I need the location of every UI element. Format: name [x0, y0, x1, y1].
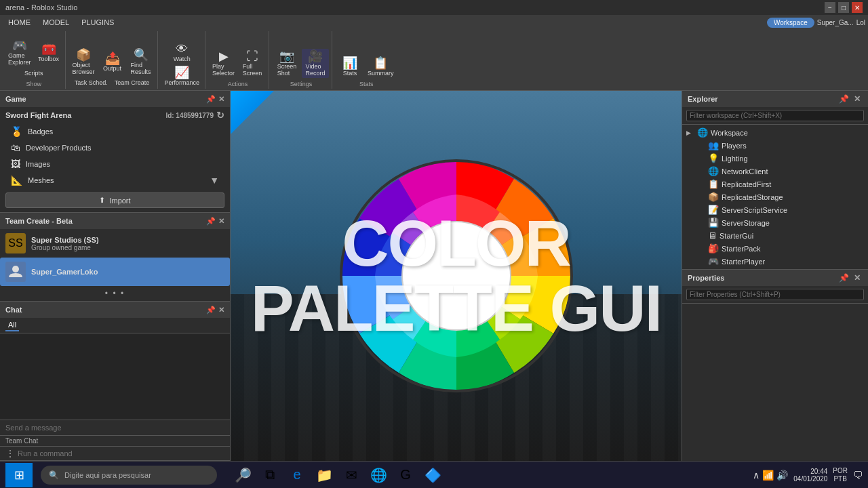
sys-tray-sound-icon[interactable]: 🔊	[776, 470, 788, 481]
import-label: Import	[109, 197, 130, 205]
explorer-pin-icon[interactable]: 📌	[838, 94, 849, 104]
taskbar-google-icon[interactable]: G	[393, 463, 418, 487]
tree-item-workspace[interactable]: ▶ 🌐 Workspace	[682, 126, 868, 139]
chat-tabs: All	[0, 318, 230, 333]
toolbar-find-results[interactable]: 🔍 FindResults	[127, 47, 155, 77]
toolbox-icon: 🧰	[41, 43, 56, 55]
explorer-controls: 📌 ✕	[838, 94, 863, 104]
server-script-label: ServerScriptService	[722, 206, 864, 214]
chat-tab-all[interactable]: All	[5, 319, 19, 331]
players-label: Players	[722, 142, 864, 150]
taskbar-search-icon: 🔍	[49, 470, 59, 480]
sys-tray-icons: ∧ 📶 🔊	[753, 470, 788, 481]
chat-input[interactable]	[5, 424, 224, 432]
team-create-close[interactable]: ✕	[218, 217, 224, 226]
team-create-title: Team Create - Beta	[5, 217, 73, 225]
workspace-arrow-icon: ▶	[686, 129, 694, 136]
toolbar-task-scheduler[interactable]: Task Sched.	[72, 78, 111, 87]
start-button[interactable]: ⊞	[5, 463, 33, 487]
game-item-images[interactable]: 🖼 Images	[0, 156, 230, 172]
game-item-developer-products[interactable]: 🛍 Developer Products	[0, 140, 230, 156]
tree-item-replicated-storage[interactable]: 📦 ReplicatedStorage	[682, 190, 868, 203]
chat-pin[interactable]: 📌	[206, 306, 216, 314]
tree-item-network-client[interactable]: 🌐 NetworkClient	[682, 165, 868, 178]
toolbar-play-selector[interactable]: ▶ PlaySelector	[210, 49, 237, 78]
tree-item-server-script[interactable]: 📝 ServerScriptService	[682, 203, 868, 216]
taskbar-task-view-icon[interactable]: ⧉	[258, 463, 282, 487]
color-wheel-container	[321, 140, 592, 411]
taskbar-mail-icon[interactable]: ✉	[339, 463, 363, 487]
roblox-logo-corner	[231, 91, 285, 145]
menu-home[interactable]: HOME	[3, 17, 36, 28]
toolbar-stats[interactable]: 📊 Stats	[336, 56, 363, 78]
tree-item-starter-gui[interactable]: 🖥 StarterGui	[682, 229, 868, 242]
toolbar-scripts[interactable]: Scripts	[20, 68, 47, 78]
find-results-icon: 🔍	[134, 49, 149, 61]
properties-pin-icon[interactable]: 📌	[838, 273, 849, 283]
toolbar-video[interactable]: 🎥 VideoRecord	[302, 49, 329, 78]
viewport-canvas: COLOR PALETTE GUI	[231, 91, 682, 461]
properties-filter-input[interactable]	[686, 289, 864, 300]
explorer-close-icon[interactable]: ✕	[852, 94, 863, 104]
toolbar-screenshot[interactable]: 📷 ScreenShot	[273, 49, 300, 78]
sys-tray-network-icon[interactable]: 📶	[762, 470, 774, 481]
tree-item-starter-player[interactable]: 🎮 StarterPlayer	[682, 255, 868, 268]
game-panel-close[interactable]: ✕	[218, 95, 224, 104]
perf-label: Performance	[165, 79, 200, 86]
tree-item-lighting[interactable]: 💡 Lighting	[682, 152, 868, 165]
taskbar-chrome-icon[interactable]: 🌐	[366, 463, 391, 487]
viewport: COLOR PALETTE GUI	[231, 91, 682, 461]
tree-item-starter-pack[interactable]: 🎒 StarterPack	[682, 242, 868, 255]
taskbar-cortana-icon[interactable]: 🔎	[231, 463, 255, 487]
tree-item-replicated-first[interactable]: 📋 ReplicatedFirst	[682, 178, 868, 190]
toolbar-watch[interactable]: 👁 Watch	[168, 41, 195, 64]
taskbar-folder-icon[interactable]: 📁	[312, 463, 336, 487]
taskbar-search-box[interactable]: 🔍 Digite aqui para pesquisar	[41, 466, 217, 485]
chat-close[interactable]: ✕	[218, 306, 224, 314]
toolbar-fullscreen[interactable]: ⛶ FullScreen	[239, 49, 266, 78]
notification-icon[interactable]: 🗨	[853, 470, 863, 481]
workspace-btn[interactable]: Workspace	[767, 18, 814, 28]
svg-point-0	[12, 266, 19, 272]
toolbar-section-show: 🎮 GameExplorer 🧰 Toolbox Scripts Show	[3, 31, 66, 89]
menu-plugins[interactable]: PLUGINS	[76, 17, 119, 28]
close-button[interactable]: ✕	[852, 2, 863, 13]
team-member-gamer[interactable]: Super_GamerLoko	[0, 258, 230, 286]
tree-item-server-storage[interactable]: 💾 ServerStorage	[682, 216, 868, 229]
clock-time: 20:44	[793, 468, 827, 475]
toolbar-section-actions: ▶ PlaySelector ⛶ FullScreen Actions	[207, 31, 269, 89]
game-item-meshes[interactable]: 📐 Meshes ▼	[0, 172, 230, 188]
toolbar-performance[interactable]: 📈 Performance	[162, 65, 203, 87]
settings-label: Settings	[290, 81, 313, 87]
menu-bar: HOME MODEL PLUGINS Workspace Super_Ga...…	[0, 15, 868, 30]
toolbar-output[interactable]: 📤 Output	[99, 47, 126, 77]
game-item-badges[interactable]: 🏅 Badges	[0, 123, 230, 140]
command-dots-icon[interactable]: ⋮	[5, 448, 15, 459]
minimize-button[interactable]: −	[825, 2, 835, 13]
maximize-button[interactable]: □	[838, 2, 849, 13]
explorer-filter-input[interactable]	[686, 110, 864, 121]
perf-icon: 📈	[174, 66, 189, 79]
game-panel-pin[interactable]: 📌	[206, 95, 216, 104]
command-input[interactable]	[18, 449, 224, 458]
toolbar-summary[interactable]: 📋 Summary	[365, 56, 397, 78]
team-member-ss[interactable]: SS Super Studios (SS) Group owned game	[0, 229, 230, 258]
taskbar-edge-icon[interactable]: e	[285, 463, 309, 487]
toolbar-game-explorer[interactable]: 🎮 GameExplorer	[5, 38, 34, 67]
system-tray: ∧ 📶 🔊 20:44 04/01/2020 POR PTB 🗨	[753, 467, 863, 483]
properties-close-icon[interactable]: ✕	[852, 273, 863, 283]
tree-item-players[interactable]: 👥 Players	[682, 139, 868, 152]
game-panel-title: Game	[5, 95, 26, 103]
team-create-pin[interactable]: 📌	[206, 217, 216, 226]
toolbar-toolbox[interactable]: 🧰 Toolbox	[35, 38, 62, 67]
taskbar-unknown-icon[interactable]: 🔷	[420, 463, 445, 487]
import-button[interactable]: ⬆ Import	[5, 192, 224, 208]
left-panel: Game 📌 ✕ Sword Fight Arena Id: 148599177…	[0, 91, 231, 461]
toolbar-team-create[interactable]: Team Create	[112, 78, 153, 87]
refresh-button[interactable]: ↻	[216, 110, 224, 121]
menu-model[interactable]: MODEL	[37, 17, 75, 28]
toolbar-object-browser[interactable]: 📦 ObjectBrowser	[70, 47, 98, 77]
starter-pack-icon: 🎒	[708, 243, 719, 253]
sys-tray-up-icon[interactable]: ∧	[753, 470, 760, 481]
meshes-label: Meshes	[28, 176, 54, 184]
